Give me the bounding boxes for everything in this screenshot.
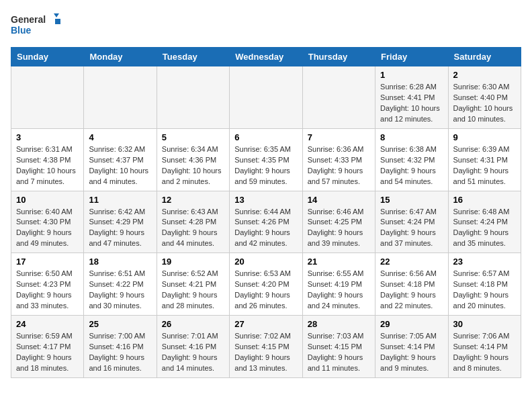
day-number: 5 xyxy=(162,132,224,142)
day-header-sunday: Sunday xyxy=(11,48,84,66)
day-header-saturday: Saturday xyxy=(448,48,521,66)
day-number: 18 xyxy=(89,257,151,267)
calendar-cell: 21Sunrise: 6:55 AM Sunset: 4:19 PM Dayli… xyxy=(302,253,375,316)
day-info: Sunrise: 6:40 AM Sunset: 4:30 PM Dayligh… xyxy=(16,207,79,250)
calendar-cell: 7Sunrise: 6:36 AM Sunset: 4:33 PM Daylig… xyxy=(302,128,375,191)
day-header-tuesday: Tuesday xyxy=(157,48,229,66)
day-info: Sunrise: 6:35 AM Sunset: 4:35 PM Dayligh… xyxy=(234,144,297,187)
day-info: Sunrise: 6:32 AM Sunset: 4:37 PM Dayligh… xyxy=(89,144,151,187)
day-header-friday: Friday xyxy=(375,48,448,66)
day-info: Sunrise: 6:43 AM Sunset: 4:28 PM Dayligh… xyxy=(162,207,224,250)
svg-marker-2 xyxy=(54,13,59,17)
calendar-cell: 4Sunrise: 6:32 AM Sunset: 4:37 PM Daylig… xyxy=(84,128,157,191)
day-info: Sunrise: 6:42 AM Sunset: 4:29 PM Dayligh… xyxy=(89,207,151,250)
day-info: Sunrise: 6:36 AM Sunset: 4:33 PM Dayligh… xyxy=(308,144,370,187)
day-number: 9 xyxy=(453,132,516,142)
day-info: Sunrise: 6:51 AM Sunset: 4:22 PM Dayligh… xyxy=(89,269,151,312)
calendar-cell: 29Sunrise: 7:05 AM Sunset: 4:14 PM Dayli… xyxy=(375,316,448,378)
day-info: Sunrise: 6:57 AM Sunset: 4:18 PM Dayligh… xyxy=(453,269,516,312)
calendar-cell: 6Sunrise: 6:35 AM Sunset: 4:35 PM Daylig… xyxy=(230,128,302,191)
day-number: 22 xyxy=(380,257,443,267)
day-header-monday: Monday xyxy=(84,48,157,66)
calendar-cell: 19Sunrise: 6:52 AM Sunset: 4:21 PM Dayli… xyxy=(157,253,229,316)
calendar-week-1: 1Sunrise: 6:28 AM Sunset: 4:41 PM Daylig… xyxy=(11,66,521,129)
day-info: Sunrise: 6:50 AM Sunset: 4:23 PM Dayligh… xyxy=(16,269,79,312)
calendar-cell: 28Sunrise: 7:03 AM Sunset: 4:15 PM Dayli… xyxy=(302,316,375,378)
calendar-cell: 13Sunrise: 6:44 AM Sunset: 4:26 PM Dayli… xyxy=(230,191,302,253)
svg-marker-3 xyxy=(55,19,60,24)
day-info: Sunrise: 6:31 AM Sunset: 4:38 PM Dayligh… xyxy=(16,144,79,187)
calendar-cell: 16Sunrise: 6:48 AM Sunset: 4:24 PM Dayli… xyxy=(448,191,521,253)
calendar-cell xyxy=(157,66,229,129)
calendar-cell: 15Sunrise: 6:47 AM Sunset: 4:24 PM Dayli… xyxy=(375,191,448,253)
day-info: Sunrise: 6:56 AM Sunset: 4:18 PM Dayligh… xyxy=(380,269,443,312)
logo-svg: General Blue xyxy=(11,11,64,40)
day-info: Sunrise: 6:44 AM Sunset: 4:26 PM Dayligh… xyxy=(234,207,297,250)
day-info: Sunrise: 6:34 AM Sunset: 4:36 PM Dayligh… xyxy=(162,144,224,187)
calendar-cell xyxy=(230,66,302,129)
day-header-wednesday: Wednesday xyxy=(230,48,302,66)
calendar-cell xyxy=(302,66,375,129)
logo: General Blue xyxy=(11,11,64,40)
day-number: 29 xyxy=(380,319,443,329)
day-number: 30 xyxy=(453,319,516,329)
day-number: 25 xyxy=(89,319,151,329)
calendar-cell: 20Sunrise: 6:53 AM Sunset: 4:20 PM Dayli… xyxy=(230,253,302,316)
calendar-cell: 27Sunrise: 7:02 AM Sunset: 4:15 PM Dayli… xyxy=(230,316,302,378)
calendar-cell: 14Sunrise: 6:46 AM Sunset: 4:25 PM Dayli… xyxy=(302,191,375,253)
day-info: Sunrise: 6:39 AM Sunset: 4:31 PM Dayligh… xyxy=(453,144,516,187)
day-number: 11 xyxy=(89,195,151,205)
day-info: Sunrise: 6:30 AM Sunset: 4:40 PM Dayligh… xyxy=(453,82,516,125)
day-number: 16 xyxy=(453,195,516,205)
calendar-week-3: 10Sunrise: 6:40 AM Sunset: 4:30 PM Dayli… xyxy=(11,191,521,253)
day-info: Sunrise: 6:47 AM Sunset: 4:24 PM Dayligh… xyxy=(380,207,443,250)
calendar-header-row: SundayMondayTuesdayWednesdayThursdayFrid… xyxy=(11,48,521,66)
calendar-week-5: 24Sunrise: 6:59 AM Sunset: 4:17 PM Dayli… xyxy=(11,316,521,378)
calendar-cell: 1Sunrise: 6:28 AM Sunset: 4:41 PM Daylig… xyxy=(375,66,448,129)
day-number: 27 xyxy=(234,319,297,329)
day-number: 12 xyxy=(162,195,224,205)
day-number: 1 xyxy=(380,70,443,80)
calendar-cell: 11Sunrise: 6:42 AM Sunset: 4:29 PM Dayli… xyxy=(84,191,157,253)
day-number: 19 xyxy=(162,257,224,267)
calendar-cell: 3Sunrise: 6:31 AM Sunset: 4:38 PM Daylig… xyxy=(11,128,84,191)
day-info: Sunrise: 7:03 AM Sunset: 4:15 PM Dayligh… xyxy=(308,331,370,374)
day-info: Sunrise: 7:05 AM Sunset: 4:14 PM Dayligh… xyxy=(380,331,443,374)
calendar-cell: 30Sunrise: 7:06 AM Sunset: 4:14 PM Dayli… xyxy=(448,316,521,378)
day-number: 7 xyxy=(308,132,370,142)
day-info: Sunrise: 6:55 AM Sunset: 4:19 PM Dayligh… xyxy=(308,269,370,312)
day-number: 20 xyxy=(234,257,297,267)
svg-text:Blue: Blue xyxy=(11,25,32,36)
day-info: Sunrise: 6:53 AM Sunset: 4:20 PM Dayligh… xyxy=(234,269,297,312)
calendar-cell: 25Sunrise: 7:00 AM Sunset: 4:16 PM Dayli… xyxy=(84,316,157,378)
day-info: Sunrise: 6:48 AM Sunset: 4:24 PM Dayligh… xyxy=(453,207,516,250)
day-number: 24 xyxy=(16,319,79,329)
day-number: 6 xyxy=(234,132,297,142)
day-info: Sunrise: 6:59 AM Sunset: 4:17 PM Dayligh… xyxy=(16,331,79,374)
day-header-thursday: Thursday xyxy=(302,48,375,66)
calendar-cell: 17Sunrise: 6:50 AM Sunset: 4:23 PM Dayli… xyxy=(11,253,84,316)
svg-text:General: General xyxy=(11,14,46,25)
calendar-cell: 24Sunrise: 6:59 AM Sunset: 4:17 PM Dayli… xyxy=(11,316,84,378)
calendar-cell: 26Sunrise: 7:01 AM Sunset: 4:16 PM Dayli… xyxy=(157,316,229,378)
calendar-cell xyxy=(84,66,157,129)
calendar-cell xyxy=(11,66,84,129)
calendar-cell: 12Sunrise: 6:43 AM Sunset: 4:28 PM Dayli… xyxy=(157,191,229,253)
day-number: 13 xyxy=(234,195,297,205)
calendar-cell: 10Sunrise: 6:40 AM Sunset: 4:30 PM Dayli… xyxy=(11,191,84,253)
day-info: Sunrise: 7:01 AM Sunset: 4:16 PM Dayligh… xyxy=(162,331,224,374)
page-header: General Blue xyxy=(11,11,521,40)
calendar-cell: 8Sunrise: 6:38 AM Sunset: 4:32 PM Daylig… xyxy=(375,128,448,191)
day-info: Sunrise: 7:02 AM Sunset: 4:15 PM Dayligh… xyxy=(234,331,297,374)
calendar-table: SundayMondayTuesdayWednesdayThursdayFrid… xyxy=(11,47,521,378)
day-info: Sunrise: 7:00 AM Sunset: 4:16 PM Dayligh… xyxy=(89,331,151,374)
calendar-cell: 23Sunrise: 6:57 AM Sunset: 4:18 PM Dayli… xyxy=(448,253,521,316)
day-number: 15 xyxy=(380,195,443,205)
day-number: 3 xyxy=(16,132,79,142)
day-number: 17 xyxy=(16,257,79,267)
calendar-cell: 18Sunrise: 6:51 AM Sunset: 4:22 PM Dayli… xyxy=(84,253,157,316)
day-info: Sunrise: 6:28 AM Sunset: 4:41 PM Dayligh… xyxy=(380,82,443,125)
calendar-cell: 5Sunrise: 6:34 AM Sunset: 4:36 PM Daylig… xyxy=(157,128,229,191)
day-number: 8 xyxy=(380,132,443,142)
day-number: 10 xyxy=(16,195,79,205)
